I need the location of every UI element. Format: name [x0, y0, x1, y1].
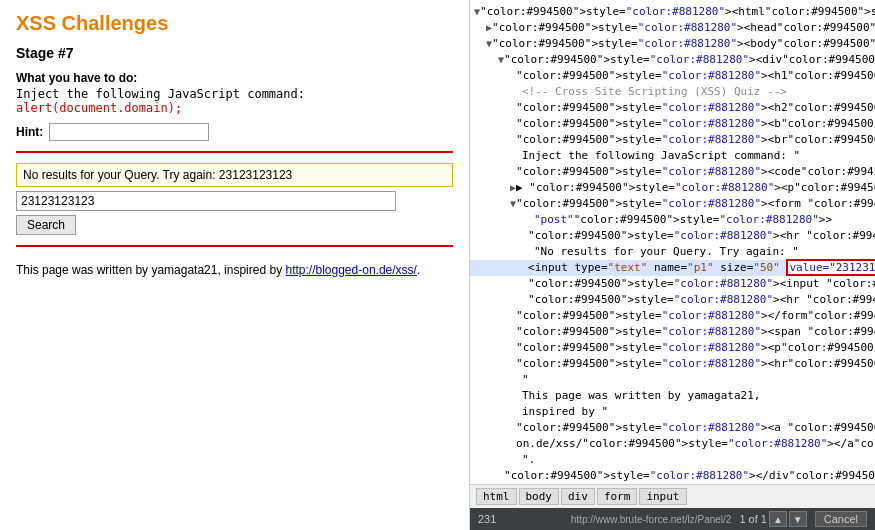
breadcrumb-item[interactable]: form — [597, 488, 638, 505]
stage-heading: Stage #7 — [16, 45, 453, 61]
hint-input[interactable] — [49, 123, 209, 141]
code-line[interactable]: "color:#994500">style="color:#881280"></… — [470, 468, 875, 484]
code-line[interactable]: <!-- Cross Site Scripting (XSS) Quiz --> — [470, 84, 875, 100]
code-line[interactable]: "color:#994500">style="color:#881280"><h… — [470, 356, 875, 372]
code-line[interactable]: "color:#994500">style="color:#881280"><h… — [470, 100, 875, 116]
code-line[interactable]: <input type="text" name="p1" size="50" v… — [470, 260, 875, 276]
page-title: XSS Challenges — [16, 12, 453, 35]
breadcrumb-item[interactable]: body — [519, 488, 560, 505]
code-text: This page was written by yamagata21, — [522, 388, 760, 404]
code-line[interactable]: "color:#994500">style="color:#881280"><b… — [470, 132, 875, 148]
left-panel: XSS Challenges Stage #7 What you have to… — [0, 0, 470, 530]
page-info: 1 of 1 — [739, 513, 767, 525]
code-text: <!-- Cross Site Scripting (XSS) Quiz --> — [522, 84, 787, 100]
bottom-divider — [16, 245, 453, 247]
code-text: "color:#994500">style="color:#881280"><a… — [516, 420, 875, 436]
code-line[interactable]: ". — [470, 452, 875, 468]
triangle-icon[interactable] — [510, 388, 522, 404]
code-text: Inject the following JavaScript command:… — [522, 148, 800, 164]
code-text: " — [522, 372, 529, 388]
code-text: on.de/xss/"color:#994500">style="color:#… — [516, 436, 875, 452]
breadcrumb-item[interactable]: input — [639, 488, 686, 505]
code-line[interactable]: "color:#994500">style="color:#881280"></… — [470, 308, 875, 324]
no-results-text: No results for your Query. Try again: 23… — [16, 163, 453, 187]
status-right: http://www.brute-force.net/lz/Panel/2 1 … — [571, 511, 867, 527]
search-input-row — [16, 191, 453, 211]
code-area[interactable]: "color:#994500">style="color:#881280"><h… — [470, 0, 875, 484]
code-text: ▶ "color:#994500">style="color:#881280">… — [516, 180, 875, 196]
code-line[interactable]: ▶ "color:#994500">style="color:#881280">… — [470, 180, 875, 196]
code-line[interactable]: "color:#994500">style="color:#881280"><c… — [470, 164, 875, 180]
triangle-icon[interactable] — [510, 404, 522, 420]
page-nav: 1 of 1 ▲ ▼ — [739, 511, 806, 527]
what-label: What you have to do: — [16, 71, 453, 85]
footer-link[interactable]: http://blogged-on.de/xss/ — [285, 263, 416, 277]
url-display: http://www.brute-force.net/lz/Panel/2 — [571, 514, 732, 525]
top-divider — [16, 151, 453, 153]
code-text: "color:#994500">style="color:#881280"><s… — [516, 324, 875, 340]
triangle-icon[interactable] — [522, 212, 534, 228]
code-text: "post""color:#994500">style="color:#8812… — [534, 212, 832, 228]
code-line[interactable]: "color:#994500">style="color:#881280"><h… — [470, 68, 875, 84]
search-container: No results for your Query. Try again: 23… — [16, 163, 453, 235]
search-input[interactable] — [16, 191, 396, 211]
search-button[interactable]: Search — [16, 215, 76, 235]
breadcrumb-item[interactable]: div — [561, 488, 595, 505]
code-line[interactable]: "post""color:#994500">style="color:#8812… — [470, 212, 875, 228]
code-line[interactable]: "color:#994500">style="color:#881280"><h… — [470, 20, 875, 36]
code-line[interactable]: "color:#994500">style="color:#881280"><a… — [470, 420, 875, 436]
status-bar: 231 http://www.brute-force.net/lz/Panel/… — [470, 508, 875, 530]
footer-text: This page was written by yamagata21, ins… — [16, 263, 453, 277]
code-line[interactable]: This page was written by yamagata21, — [470, 388, 875, 404]
code-text: "color:#994500">style="color:#881280"><f… — [516, 196, 875, 212]
code-line[interactable]: on.de/xss/"color:#994500">style="color:#… — [470, 436, 875, 452]
code-text: "color:#994500">style="color:#881280"><c… — [516, 164, 875, 180]
code-line[interactable]: inspired by " — [470, 404, 875, 420]
code-text: "color:#994500">style="color:#881280"><b… — [516, 116, 875, 132]
code-line[interactable]: "color:#994500">style="color:#881280"><h… — [470, 228, 875, 244]
triangle-icon[interactable] — [510, 372, 522, 388]
cancel-button[interactable]: Cancel — [815, 511, 867, 527]
code-text: "color:#994500">style="color:#881280"><h… — [516, 356, 875, 372]
code-text: <input type="text" name="p1" size="50" v… — [528, 260, 875, 276]
code-line[interactable]: "No results for your Query. Try again: " — [470, 244, 875, 260]
page-down-button[interactable]: ▼ — [789, 511, 807, 527]
code-text: "color:#994500">style="color:#881280"><h… — [480, 4, 875, 20]
code-text: "color:#994500">style="color:#881280"><h… — [492, 20, 875, 36]
code-text: inspired by " — [522, 404, 608, 420]
code-text: "color:#994500">style="color:#881280"><h… — [516, 100, 875, 116]
inject-instruction: Inject the following JavaScript command:… — [16, 87, 453, 115]
code-line[interactable]: "color:#994500">style="color:#881280"><s… — [470, 324, 875, 340]
code-text: "color:#994500">style="color:#881280"><h… — [528, 228, 875, 244]
triangle-icon[interactable] — [522, 244, 534, 260]
code-line[interactable]: "color:#994500">style="color:#881280"><b… — [470, 116, 875, 132]
code-text: "color:#994500">style="color:#881280"><i… — [528, 276, 875, 292]
code-line[interactable]: "color:#994500">style="color:#881280"><f… — [470, 196, 875, 212]
right-panel: "color:#994500">style="color:#881280"><h… — [470, 0, 875, 530]
code-line[interactable]: "color:#994500">style="color:#881280"><i… — [470, 276, 875, 292]
code-text: "color:#994500">style="color:#881280"><p… — [516, 340, 875, 356]
code-line[interactable]: "color:#994500">style="color:#881280"><p… — [470, 340, 875, 356]
code-text: "color:#994500">style="color:#881280"></… — [516, 308, 875, 324]
code-text: "color:#994500">style="color:#881280"><b… — [516, 132, 875, 148]
status-line-number: 231 — [478, 513, 496, 525]
code-text: "color:#994500">style="color:#881280"></… — [504, 468, 875, 484]
code-text: "color:#994500">style="color:#881280"><b… — [492, 36, 875, 52]
code-line[interactable]: Inject the following JavaScript command:… — [470, 148, 875, 164]
page-up-button[interactable]: ▲ — [769, 511, 787, 527]
triangle-icon[interactable] — [510, 148, 522, 164]
triangle-icon[interactable] — [510, 452, 522, 468]
code-line[interactable]: " — [470, 372, 875, 388]
code-line[interactable]: "color:#994500">style="color:#881280"><d… — [470, 52, 875, 68]
hint-label: Hint: — [16, 125, 43, 139]
code-text: ". — [522, 452, 535, 468]
code-line[interactable]: "color:#994500">style="color:#881280"><h… — [470, 4, 875, 20]
triangle-icon[interactable] — [510, 84, 522, 100]
code-text: "No results for your Query. Try again: " — [534, 244, 799, 260]
code-line[interactable]: "color:#994500">style="color:#881280"><h… — [470, 292, 875, 308]
code-line[interactable]: "color:#994500">style="color:#881280"><b… — [470, 36, 875, 52]
code-text: "color:#994500">style="color:#881280"><d… — [504, 52, 875, 68]
breadcrumb-item[interactable]: html — [476, 488, 517, 505]
breadcrumb-bar: htmlbodydivforminput — [470, 484, 875, 508]
hint-row: Hint: — [16, 123, 453, 141]
